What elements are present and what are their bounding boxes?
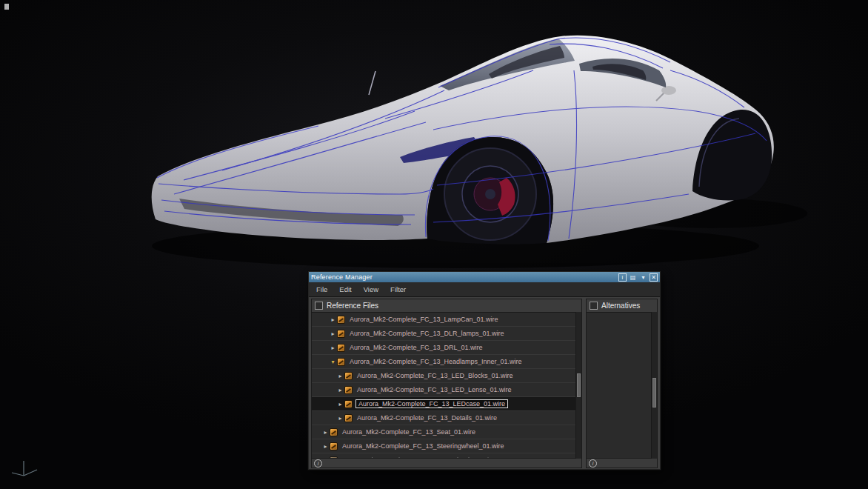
reference-row[interactable]: ▸ Aurora_Mk2-Complete_FC_13_DRL_01.wire <box>312 341 581 355</box>
expander-icon[interactable]: ▸ <box>322 429 329 436</box>
alternatives-info-icon[interactable]: i <box>589 459 597 468</box>
alias-wire-file-icon <box>344 414 353 422</box>
alias-wire-file-icon <box>344 372 353 380</box>
reference-files-checkbox[interactable] <box>315 302 323 310</box>
expander-icon[interactable]: ▸ <box>337 415 344 422</box>
reference-files-header: Reference Files <box>312 299 581 313</box>
expander-icon[interactable]: ▸ <box>337 401 344 408</box>
alias-wire-file-icon <box>330 428 338 436</box>
expander-icon[interactable]: ▸ <box>322 443 329 450</box>
dialog-content: Reference Files ▸ Aurora_Mk2-Complete_FC… <box>309 297 660 470</box>
alternatives-list <box>587 313 657 458</box>
window-title: Reference Manager <box>311 273 616 281</box>
reference-file-label: Aurora_Mk2-Complete_FC_13_LEDcase_01.wir… <box>355 399 508 408</box>
files-footer: i <box>312 458 581 468</box>
alternatives-scrollbar-thumb[interactable] <box>652 378 656 408</box>
expander-icon[interactable]: ▸ <box>330 316 336 323</box>
reference-file-label: Aurora_Mk2-Complete_FC_13_LED_Blocks_01.… <box>355 372 515 379</box>
alias-wire-file-icon <box>337 344 345 352</box>
list-icon[interactable]: ▤ <box>629 273 637 282</box>
reference-row[interactable]: ▸ Aurora_Mk2-Complete_FC_13_Steeringwhee… <box>312 439 581 453</box>
reference-file-label: Aurora_Mk2-Complete_FC_13_DLR_lamps_01.w… <box>348 330 506 337</box>
reference-row[interactable]: ▸ Aurora_Mk2-Complete_FC_13_LampCan_01.w… <box>312 313 581 327</box>
reference-files-panel: Reference Files ▸ Aurora_Mk2-Complete_FC… <box>311 299 582 468</box>
alternatives-footer: i <box>587 458 657 468</box>
reference-file-label: Aurora_Mk2-Complete_FC_13_LampCan_01.wir… <box>348 316 500 323</box>
expander-icon[interactable]: ▸ <box>330 345 336 351</box>
reference-row[interactable]: ▸ Aurora_Mk2-Complete_FC_13_LED_Lense_01… <box>312 383 581 397</box>
files-scrollbar[interactable] <box>575 312 581 459</box>
alternatives-panel: Alternatives i <box>586 299 658 468</box>
reference-row[interactable]: ▾ Aurora_Mk2-Complete_FC_13_Headlamps_In… <box>312 355 581 369</box>
expander-icon[interactable]: ▾ <box>330 359 336 365</box>
reference-file-label: Aurora_Mk2-Complete_FC_13_Frontwheel_01.… <box>341 456 496 458</box>
reference-files-title: Reference Files <box>327 302 378 310</box>
alias-wire-file-icon <box>337 316 345 324</box>
axis-triad-icon <box>7 455 41 486</box>
reference-row[interactable]: ▸ Aurora_Mk2-Complete_FC_13_Seat_01.wire <box>312 425 581 439</box>
reference-row[interactable]: ▸ Aurora_Mk2-Complete_FC_13_Frontwheel_0… <box>312 453 581 458</box>
alternatives-title: Alternatives <box>601 302 640 310</box>
reference-file-label: Aurora_Mk2-Complete_FC_13_LED_Lense_01.w… <box>355 386 513 393</box>
reference-file-label: Aurora_Mk2-Complete_FC_13_DRL_01.wire <box>348 344 484 351</box>
alternatives-checkbox[interactable] <box>590 302 598 310</box>
titlebar[interactable]: Reference Manager i ▤ ▾ ✕ <box>309 272 660 282</box>
pin-icon[interactable]: ▾ <box>639 273 647 282</box>
info-icon[interactable]: i <box>618 273 627 282</box>
alias-wire-file-icon <box>330 456 338 459</box>
close-icon[interactable]: ✕ <box>650 273 658 282</box>
expander-icon[interactable]: ▸ <box>337 387 344 393</box>
menubar: File Edit View Filter <box>309 282 660 297</box>
files-scrollbar-thumb[interactable] <box>577 373 581 397</box>
files-info-icon[interactable]: i <box>314 459 322 468</box>
menu-view[interactable]: View <box>358 285 384 293</box>
reference-file-list: ▸ Aurora_Mk2-Complete_FC_13_LampCan_01.w… <box>312 313 581 458</box>
alias-wire-file-icon <box>330 442 338 450</box>
reference-row[interactable]: ▸ Aurora_Mk2-Complete_FC_13_DLR_lamps_01… <box>312 327 581 341</box>
expander-icon[interactable]: ▸ <box>337 373 344 379</box>
reference-row[interactable]: ▸ Aurora_Mk2-Complete_FC_13_LEDcase_01.w… <box>312 397 581 411</box>
alternatives-scrollbar[interactable] <box>651 312 657 459</box>
menu-file[interactable]: File <box>310 285 333 293</box>
reference-row[interactable]: ▸ Aurora_Mk2-Complete_FC_13_LED_Blocks_0… <box>312 369 581 383</box>
reference-file-label: Aurora_Mk2-Complete_FC_13_Seat_01.wire <box>341 428 477 436</box>
menu-filter[interactable]: Filter <box>384 285 412 293</box>
reference-row[interactable]: ▸ Aurora_Mk2-Complete_FC_13_Details_01.w… <box>312 411 581 425</box>
reference-file-label: Aurora_Mk2-Complete_FC_13_Details_01.wir… <box>355 414 498 422</box>
reference-file-label: Aurora_Mk2-Complete_FC_13_Steeringwheel_… <box>341 442 506 450</box>
menu-edit[interactable]: Edit <box>333 285 357 293</box>
expander-icon[interactable]: ▸ <box>322 457 329 459</box>
alias-wire-file-icon <box>337 358 345 366</box>
alias-wire-file-icon <box>344 386 353 394</box>
alias-wire-file-icon <box>344 400 353 408</box>
viewport-3d[interactable]: Reference Manager i ▤ ▾ ✕ File Edit View… <box>0 0 868 489</box>
expander-icon[interactable]: ▸ <box>330 330 336 337</box>
reference-manager-window: Reference Manager i ▤ ▾ ✕ File Edit View… <box>308 271 661 470</box>
reference-file-label: Aurora_Mk2-Complete_FC_13_Headlamps_Inne… <box>348 358 524 365</box>
alternatives-header: Alternatives <box>587 299 657 313</box>
viewport-corner-marker <box>4 4 9 10</box>
alias-wire-file-icon <box>337 330 345 338</box>
